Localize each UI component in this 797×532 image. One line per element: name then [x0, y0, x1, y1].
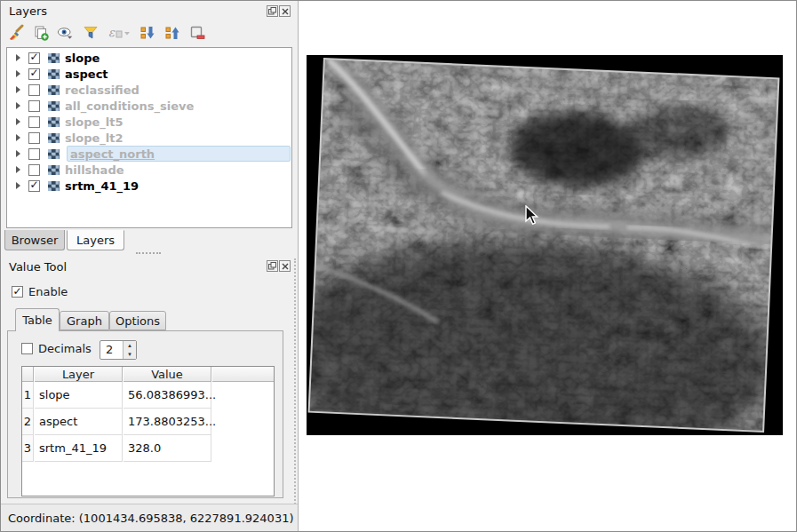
layer-visibility-checkbox[interactable]	[28, 116, 40, 128]
tab-table-label: Table	[22, 314, 52, 327]
decimals-label: Decimals	[38, 342, 92, 355]
layer-item-reclassified[interactable]: reclassified	[8, 82, 291, 98]
raster-layer-icon	[48, 53, 60, 63]
raster-layer-icon	[48, 133, 60, 143]
layer-item-slope-lt5[interactable]: slope_lt5	[8, 114, 291, 130]
raster-layer-icon	[48, 165, 60, 175]
raster-layer-icon	[48, 149, 60, 159]
layer-visibility-checkbox[interactable]	[28, 148, 40, 160]
enable-checkbox-row: ✓ Enable	[12, 285, 68, 298]
svg-text:ε: ε	[108, 26, 116, 39]
spin-buttons: ▲ ▼	[123, 341, 136, 359]
layer-item-srtm-41-19[interactable]: ✓ srtm_41_19	[8, 178, 291, 194]
cell-layer: aspect	[35, 409, 123, 435]
value-tool-close-button[interactable]	[279, 260, 291, 272]
dock-splitter-handle[interactable]	[294, 258, 296, 525]
filter-legend-expression-button[interactable]: ε	[106, 23, 132, 43]
tab-table[interactable]: Table	[15, 308, 60, 331]
cell-layer: slope	[35, 382, 123, 409]
layer-item-hillshade[interactable]: hillshade	[8, 162, 291, 178]
layer-item-aspect-north[interactable]: aspect_north	[8, 146, 291, 162]
layers-panel-close-button[interactable]	[279, 5, 291, 17]
status-bar: Coordinate: (1001434.695838, 6227891.924…	[1, 504, 298, 531]
column-header-filler	[212, 367, 274, 382]
layers-toolbar: ε	[6, 23, 207, 43]
spin-down-icon[interactable]: ▼	[124, 350, 136, 359]
tab-browser[interactable]: Browser	[4, 230, 65, 250]
value-tool-float-button[interactable]	[267, 260, 278, 272]
layer-label: aspect_north	[70, 147, 155, 161]
expand-arrow-icon[interactable]	[16, 118, 20, 125]
enable-checkbox[interactable]: ✓	[12, 286, 23, 298]
layer-label: slope_lt2	[65, 131, 123, 145]
decimals-value: 2	[106, 343, 113, 356]
layers-panel-title: Layers	[9, 4, 47, 18]
close-panel-icon	[282, 8, 289, 15]
tab-options-label: Options	[116, 314, 160, 328]
funnel-icon	[82, 24, 100, 42]
layer-visibility-checkbox[interactable]	[28, 100, 40, 112]
expand-arrow-icon[interactable]	[16, 182, 20, 189]
float-panel-icon	[268, 262, 276, 270]
layer-label: all_conditions_sieve	[65, 99, 194, 113]
expand-arrow-icon[interactable]	[16, 102, 20, 109]
expand-arrow-icon[interactable]	[16, 70, 20, 77]
row-number: 3	[22, 435, 34, 462]
decimals-row: Decimals	[21, 342, 92, 355]
layer-visibility-checkbox[interactable]	[28, 84, 40, 96]
collapse-all-button[interactable]	[163, 23, 182, 43]
expand-arrow-icon[interactable]	[16, 150, 20, 157]
layer-item-aspect[interactable]: ✓ aspect	[8, 66, 291, 82]
layer-item-slope-lt2[interactable]: slope_lt2	[8, 130, 291, 146]
collapse-all-icon	[163, 24, 181, 42]
expression-epsilon-icon: ε	[107, 24, 132, 42]
layer-visibility-checkbox[interactable]: ✓	[28, 68, 40, 80]
decimals-spinbox[interactable]: 2 ▲ ▼	[100, 340, 137, 360]
layer-label: slope	[65, 52, 100, 65]
expand-arrow-icon[interactable]	[16, 86, 20, 93]
filter-legend-button[interactable]	[81, 23, 100, 43]
cell-value: 173.8803253...	[124, 409, 211, 435]
layer-label: reclassified	[65, 83, 139, 97]
raster-extent	[307, 55, 783, 435]
spin-up-icon[interactable]: ▲	[124, 341, 136, 350]
add-group-button[interactable]	[31, 23, 51, 43]
decimals-checkbox[interactable]	[21, 343, 33, 354]
tab-options[interactable]: Options	[109, 311, 166, 330]
layer-label: hillshade	[65, 163, 124, 177]
tab-layers-label: Layers	[76, 234, 115, 247]
panel-splitter-handle[interactable]	[136, 252, 161, 254]
layer-label: aspect	[65, 67, 108, 81]
layers-panel-float-button[interactable]	[267, 5, 278, 17]
tab-graph-label: Graph	[67, 314, 102, 328]
layer-label: slope_lt5	[65, 115, 123, 129]
qgis-window: Layers	[0, 0, 797, 532]
layer-visibility-checkbox[interactable]	[28, 164, 40, 176]
layer-visibility-checkbox[interactable]: ✓	[28, 52, 40, 64]
expand-arrow-icon[interactable]	[16, 134, 20, 141]
expand-all-button[interactable]	[138, 23, 157, 43]
selected-layer-highlight: aspect_north	[67, 146, 291, 162]
column-header-layer[interactable]: Layer	[35, 367, 123, 382]
expand-arrow-icon[interactable]	[16, 166, 20, 173]
raster-layer-icon	[48, 101, 60, 111]
layer-item-all-conditions-sieve[interactable]: all_conditions_sieve	[8, 98, 291, 114]
manage-map-themes-button[interactable]	[56, 23, 76, 43]
tab-graph[interactable]: Graph	[60, 311, 109, 330]
open-layer-styling-button[interactable]	[6, 23, 26, 43]
layer-visibility-checkbox[interactable]	[28, 132, 40, 144]
tab-browser-label: Browser	[12, 234, 59, 247]
tab-layers[interactable]: Layers	[67, 230, 124, 250]
remove-layer-icon	[188, 24, 206, 42]
table-corner-header[interactable]	[22, 367, 34, 382]
close-panel-icon	[282, 263, 289, 270]
enable-label: Enable	[28, 285, 68, 298]
layer-visibility-checkbox[interactable]: ✓	[28, 180, 40, 192]
remove-layer-button[interactable]	[187, 23, 207, 43]
expand-arrow-icon[interactable]	[16, 54, 20, 61]
layer-item-slope[interactable]: ✓ slope	[8, 50, 291, 66]
layer-tree: ✓ slope ✓ aspect reclassified all_	[6, 47, 292, 228]
raster-layer-icon	[48, 181, 60, 191]
column-header-value[interactable]: Value	[124, 367, 211, 382]
map-canvas[interactable]	[298, 1, 796, 531]
